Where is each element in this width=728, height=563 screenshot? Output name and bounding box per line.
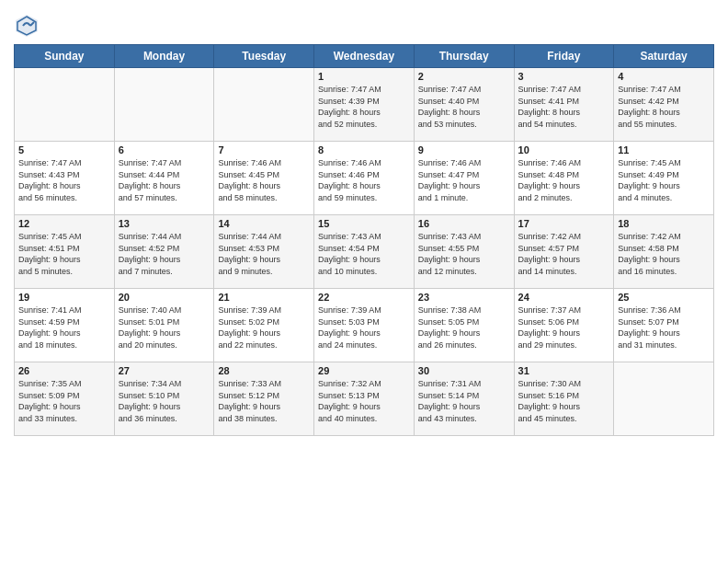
day-info: Sunrise: 7:43 AM Sunset: 4:54 PM Dayligh… <box>318 231 410 277</box>
day-info: Sunrise: 7:46 AM Sunset: 4:45 PM Dayligh… <box>218 157 310 203</box>
day-number: 2 <box>418 71 510 82</box>
day-info: Sunrise: 7:47 AM Sunset: 4:39 PM Dayligh… <box>318 84 410 130</box>
calendar-cell: 20Sunrise: 7:40 AM Sunset: 5:01 PM Dayli… <box>114 289 214 362</box>
day-number: 28 <box>218 365 310 376</box>
day-number: 18 <box>618 218 710 229</box>
day-number: 8 <box>318 144 410 155</box>
day-info: Sunrise: 7:47 AM Sunset: 4:42 PM Dayligh… <box>618 84 710 130</box>
day-info: Sunrise: 7:47 AM Sunset: 4:41 PM Dayligh… <box>518 84 610 130</box>
day-number: 17 <box>518 218 610 229</box>
calendar-cell: 28Sunrise: 7:33 AM Sunset: 5:12 PM Dayli… <box>214 362 314 436</box>
calendar-cell: 9Sunrise: 7:46 AM Sunset: 4:47 PM Daylig… <box>414 142 514 215</box>
calendar-cell: 8Sunrise: 7:46 AM Sunset: 4:46 PM Daylig… <box>314 142 415 215</box>
day-number: 26 <box>18 365 110 376</box>
calendar-cell: 31Sunrise: 7:30 AM Sunset: 5:16 PM Dayli… <box>514 362 614 436</box>
calendar-cell <box>614 362 714 436</box>
week-row-5: 26Sunrise: 7:35 AM Sunset: 5:09 PM Dayli… <box>15 362 714 436</box>
day-info: Sunrise: 7:47 AM Sunset: 4:44 PM Dayligh… <box>119 157 210 203</box>
weekday-header-saturday: Saturday <box>614 45 714 68</box>
calendar-body: 1Sunrise: 7:47 AM Sunset: 4:39 PM Daylig… <box>15 68 714 436</box>
day-number: 23 <box>418 292 510 303</box>
week-row-1: 1Sunrise: 7:47 AM Sunset: 4:39 PM Daylig… <box>15 68 714 142</box>
calendar-cell: 10Sunrise: 7:46 AM Sunset: 4:48 PM Dayli… <box>514 142 614 215</box>
day-info: Sunrise: 7:44 AM Sunset: 4:53 PM Dayligh… <box>218 231 310 277</box>
calendar-cell: 3Sunrise: 7:47 AM Sunset: 4:41 PM Daylig… <box>514 68 614 142</box>
weekday-header-monday: Monday <box>114 45 214 68</box>
calendar-cell: 18Sunrise: 7:42 AM Sunset: 4:58 PM Dayli… <box>614 215 714 289</box>
day-number: 14 <box>218 218 310 229</box>
day-info: Sunrise: 7:41 AM Sunset: 4:59 PM Dayligh… <box>18 304 110 350</box>
calendar-cell: 25Sunrise: 7:36 AM Sunset: 5:07 PM Dayli… <box>614 289 714 362</box>
day-info: Sunrise: 7:47 AM Sunset: 4:40 PM Dayligh… <box>418 84 510 130</box>
day-info: Sunrise: 7:35 AM Sunset: 5:09 PM Dayligh… <box>18 378 110 424</box>
day-number: 30 <box>418 365 510 376</box>
day-number: 5 <box>18 144 110 155</box>
calendar-cell: 24Sunrise: 7:37 AM Sunset: 5:06 PM Dayli… <box>514 289 614 362</box>
day-info: Sunrise: 7:42 AM Sunset: 4:57 PM Dayligh… <box>518 231 610 277</box>
day-info: Sunrise: 7:43 AM Sunset: 4:55 PM Dayligh… <box>418 231 510 277</box>
day-number: 29 <box>318 365 410 376</box>
calendar-cell <box>214 68 314 142</box>
calendar-cell: 19Sunrise: 7:41 AM Sunset: 4:59 PM Dayli… <box>15 289 115 362</box>
calendar-cell: 15Sunrise: 7:43 AM Sunset: 4:54 PM Dayli… <box>314 215 415 289</box>
calendar-cell: 29Sunrise: 7:32 AM Sunset: 5:13 PM Dayli… <box>314 362 415 436</box>
day-number: 20 <box>119 292 210 303</box>
calendar-cell: 7Sunrise: 7:46 AM Sunset: 4:45 PM Daylig… <box>214 142 314 215</box>
day-info: Sunrise: 7:36 AM Sunset: 5:07 PM Dayligh… <box>618 304 710 350</box>
day-info: Sunrise: 7:33 AM Sunset: 5:12 PM Dayligh… <box>218 378 310 424</box>
day-number: 27 <box>119 365 210 376</box>
weekday-header-tuesday: Tuesday <box>214 45 314 68</box>
calendar-cell: 27Sunrise: 7:34 AM Sunset: 5:10 PM Dayli… <box>114 362 214 436</box>
calendar-cell <box>15 68 115 142</box>
calendar-cell: 22Sunrise: 7:39 AM Sunset: 5:03 PM Dayli… <box>314 289 415 362</box>
day-number: 9 <box>418 144 510 155</box>
day-info: Sunrise: 7:32 AM Sunset: 5:13 PM Dayligh… <box>318 378 410 424</box>
day-number: 16 <box>418 218 510 229</box>
day-number: 3 <box>518 71 610 82</box>
svg-marker-0 <box>16 15 38 37</box>
calendar-cell: 4Sunrise: 7:47 AM Sunset: 4:42 PM Daylig… <box>614 68 714 142</box>
day-number: 13 <box>119 218 210 229</box>
week-row-4: 19Sunrise: 7:41 AM Sunset: 4:59 PM Dayli… <box>15 289 714 362</box>
day-info: Sunrise: 7:31 AM Sunset: 5:14 PM Dayligh… <box>418 378 510 424</box>
day-number: 31 <box>518 365 610 376</box>
day-number: 22 <box>318 292 410 303</box>
calendar-cell: 6Sunrise: 7:47 AM Sunset: 4:44 PM Daylig… <box>114 142 214 215</box>
calendar-container: SundayMondayTuesdayWednesdayThursdayFrid… <box>0 0 728 563</box>
day-info: Sunrise: 7:46 AM Sunset: 4:48 PM Dayligh… <box>518 157 610 203</box>
calendar-cell: 13Sunrise: 7:44 AM Sunset: 4:52 PM Dayli… <box>114 215 214 289</box>
weekday-header-friday: Friday <box>514 45 614 68</box>
weekday-header-thursday: Thursday <box>414 45 514 68</box>
calendar-cell: 30Sunrise: 7:31 AM Sunset: 5:14 PM Dayli… <box>414 362 514 436</box>
weekday-header-sunday: Sunday <box>15 45 115 68</box>
calendar-cell: 26Sunrise: 7:35 AM Sunset: 5:09 PM Dayli… <box>15 362 115 436</box>
day-info: Sunrise: 7:39 AM Sunset: 5:02 PM Dayligh… <box>218 304 310 350</box>
day-number: 21 <box>218 292 310 303</box>
calendar-cell: 11Sunrise: 7:45 AM Sunset: 4:49 PM Dayli… <box>614 142 714 215</box>
calendar-table: SundayMondayTuesdayWednesdayThursdayFrid… <box>14 44 714 436</box>
day-number: 12 <box>18 218 110 229</box>
calendar-cell: 23Sunrise: 7:38 AM Sunset: 5:05 PM Dayli… <box>414 289 514 362</box>
day-info: Sunrise: 7:42 AM Sunset: 4:58 PM Dayligh… <box>618 231 710 277</box>
calendar-cell: 5Sunrise: 7:47 AM Sunset: 4:43 PM Daylig… <box>15 142 115 215</box>
weekday-header-wednesday: Wednesday <box>314 45 415 68</box>
calendar-cell: 16Sunrise: 7:43 AM Sunset: 4:55 PM Dayli… <box>414 215 514 289</box>
day-info: Sunrise: 7:46 AM Sunset: 4:46 PM Dayligh… <box>318 157 410 203</box>
day-info: Sunrise: 7:34 AM Sunset: 5:10 PM Dayligh… <box>119 378 210 424</box>
day-number: 4 <box>618 71 710 82</box>
day-info: Sunrise: 7:37 AM Sunset: 5:06 PM Dayligh… <box>518 304 610 350</box>
calendar-cell: 17Sunrise: 7:42 AM Sunset: 4:57 PM Dayli… <box>514 215 614 289</box>
calendar-header: SundayMondayTuesdayWednesdayThursdayFrid… <box>15 45 714 68</box>
calendar-cell: 14Sunrise: 7:44 AM Sunset: 4:53 PM Dayli… <box>214 215 314 289</box>
day-info: Sunrise: 7:45 AM Sunset: 4:51 PM Dayligh… <box>18 231 110 277</box>
day-number: 7 <box>218 144 310 155</box>
day-number: 1 <box>318 71 410 82</box>
day-info: Sunrise: 7:38 AM Sunset: 5:05 PM Dayligh… <box>418 304 510 350</box>
day-number: 19 <box>18 292 110 303</box>
header <box>14 9 714 39</box>
day-number: 10 <box>518 144 610 155</box>
day-info: Sunrise: 7:44 AM Sunset: 4:52 PM Dayligh… <box>119 231 210 277</box>
day-info: Sunrise: 7:40 AM Sunset: 5:01 PM Dayligh… <box>119 304 210 350</box>
logo-icon <box>14 13 40 39</box>
day-info: Sunrise: 7:47 AM Sunset: 4:43 PM Dayligh… <box>18 157 110 203</box>
